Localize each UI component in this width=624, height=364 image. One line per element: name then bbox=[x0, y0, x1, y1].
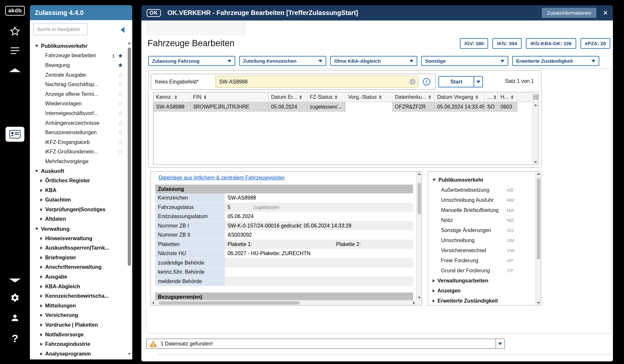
nav-subgroup[interactable]: Ausgabe bbox=[30, 272, 126, 282]
action-group[interactable]: Erweiterte Zuständigkeit bbox=[428, 296, 536, 305]
info-icon[interactable]: i bbox=[423, 78, 430, 85]
favorite-star-icon[interactable]: ★ bbox=[118, 62, 123, 68]
nav-subgroup[interactable]: Vordrucke | Plaketten bbox=[30, 320, 126, 330]
clear-input-icon[interactable]: × bbox=[410, 79, 416, 85]
menu-dropdown[interactable]: Zuteilung Kennzeichen bbox=[239, 56, 326, 66]
nav-subgroup[interactable]: Kennzeichenbewirtscha... bbox=[30, 291, 126, 301]
action-group[interactable]: Publikumsverkehr bbox=[428, 175, 536, 185]
counter-button[interactable]: iKfz-KBA-GK: 106 bbox=[526, 38, 576, 49]
nav-group[interactable]: Publikumsverkehr bbox=[30, 41, 126, 51]
favorite-star-icon[interactable]: ★ bbox=[118, 53, 123, 59]
action-item[interactable]: Grund der ForderungYP bbox=[428, 266, 536, 276]
nav-subgroup[interactable]: Vorprüfungen|Sonstiges bbox=[30, 205, 126, 214]
favorite-star-icon[interactable]: ☆ bbox=[118, 72, 123, 78]
nav-item[interactable]: iKFZ-Großkundenein...☆ bbox=[30, 147, 126, 157]
column-header[interactable]: Datenherku... bbox=[392, 92, 435, 102]
action-group[interactable]: Verwaltungsarbeiten bbox=[428, 276, 536, 286]
scroll-up-icon[interactable] bbox=[537, 173, 540, 175]
nav-item[interactable]: Bewegung★ bbox=[30, 60, 126, 70]
favorite-star-icon[interactable]: ☆ bbox=[118, 120, 123, 126]
collapse-down-icon[interactable] bbox=[9, 279, 21, 282]
scroll-left-icon[interactable] bbox=[152, 301, 154, 305]
scroll-down-icon[interactable] bbox=[534, 161, 537, 163]
scroll-up-icon[interactable] bbox=[418, 173, 421, 175]
action-item[interactable]: NotizNO bbox=[428, 215, 536, 225]
favorite-star-icon[interactable]: ☆ bbox=[118, 101, 123, 107]
nav-item[interactable]: iKFZ-Eingangskorb☆ bbox=[30, 137, 126, 147]
scroll-down-icon[interactable] bbox=[418, 297, 421, 299]
column-chooser-grid-icon[interactable] bbox=[533, 92, 538, 102]
action-item[interactable]: UmschreibungUM bbox=[428, 235, 536, 245]
start-dropdown-icon[interactable] bbox=[474, 77, 482, 87]
scrollbar-thumb[interactable] bbox=[159, 301, 300, 305]
nav-subgroup[interactable]: Altdaten bbox=[30, 214, 126, 224]
nav-subgroup[interactable]: Briefregister bbox=[30, 253, 126, 263]
column-header[interactable]: FZ-Status bbox=[307, 92, 345, 102]
nav-subgroup[interactable]: KBA bbox=[30, 186, 126, 195]
nav-item[interactable]: Anhängerverzeichnisse☆ bbox=[30, 118, 126, 128]
nav-item[interactable]: Benutzereinstellungen☆ bbox=[30, 128, 126, 137]
column-header[interactable]: H... bbox=[498, 92, 517, 102]
action-item[interactable]: Manuelle BriefaufbietungMA bbox=[428, 205, 536, 215]
favorites-star-icon[interactable] bbox=[10, 26, 20, 36]
nav-item[interactable]: Wiedervorlagen☆ bbox=[30, 99, 126, 109]
action-item[interactable]: Sonstige ÄnderungenSO bbox=[428, 225, 536, 235]
start-button[interactable]: Start bbox=[438, 76, 483, 87]
free-input-field[interactable] bbox=[215, 76, 418, 88]
favorite-star-icon[interactable]: ☆ bbox=[118, 149, 123, 155]
counter-button[interactable]: IGV: 180 bbox=[460, 38, 488, 49]
action-item[interactable]: AußerbetriebsetzungAB bbox=[428, 185, 536, 195]
column-header[interactable]: Kennz. bbox=[153, 92, 190, 102]
nav-item[interactable]: Internetgeschäftsvorf...☆ bbox=[30, 109, 126, 118]
user-icon[interactable] bbox=[10, 313, 20, 323]
nav-item[interactable]: Fahrzeuge bearbeiten1★ bbox=[30, 51, 126, 61]
scroll-up-icon[interactable] bbox=[128, 42, 131, 44]
favorite-star-icon[interactable]: ☆ bbox=[118, 82, 123, 88]
scroll-right-icon[interactable] bbox=[413, 301, 415, 305]
nav-subgroup[interactable]: KBA-Abgleich bbox=[30, 282, 126, 292]
nav-subgroup[interactable]: Anschriftenverwaltung bbox=[30, 263, 126, 272]
column-header[interactable]: Datum Er... bbox=[268, 92, 307, 102]
nav-item[interactable]: Zentrale Ausgabe☆ bbox=[30, 70, 126, 80]
nav-subgroup[interactable]: Mitteilungen bbox=[30, 301, 126, 311]
menu-dropdown[interactable]: Sonstige bbox=[421, 56, 508, 66]
scrollbar-thumb[interactable] bbox=[418, 183, 421, 214]
close-icon[interactable]: × bbox=[603, 9, 608, 17]
collapse-nav-icon[interactable] bbox=[121, 27, 124, 33]
nav-item[interactable]: Nachtrag Geschäftsp...☆ bbox=[30, 80, 126, 89]
settings-gear-icon[interactable] bbox=[10, 293, 20, 303]
action-item[interactable]: Umschreibung AusfuhrAM bbox=[428, 195, 536, 205]
column-header[interactable]: ... bbox=[485, 92, 498, 102]
nav-search-input[interactable] bbox=[33, 23, 88, 35]
favorite-star-icon[interactable]: ☆ bbox=[118, 130, 123, 136]
favorite-star-icon[interactable]: ☆ bbox=[118, 110, 123, 116]
action-group[interactable]: Anzeigen bbox=[428, 286, 536, 296]
actions-scrollbar[interactable] bbox=[536, 172, 541, 305]
favorite-star-icon[interactable]: ☆ bbox=[118, 139, 123, 145]
action-item[interactable]: VersichererwechselVW bbox=[428, 245, 536, 255]
active-module-tile[interactable] bbox=[6, 127, 24, 142]
nav-item[interactable]: Mehrfachvorgänge bbox=[30, 157, 126, 166]
list-icon[interactable] bbox=[10, 47, 20, 55]
scroll-up-icon[interactable] bbox=[534, 104, 537, 106]
counter-button[interactable]: iKfz: 304 bbox=[492, 38, 522, 49]
status-dropdown-icon[interactable] bbox=[496, 339, 504, 348]
results-scrollbar[interactable] bbox=[533, 92, 538, 164]
column-header[interactable]: Datum Vorgang bbox=[435, 92, 485, 102]
nav-subgroup[interactable]: Hinweisverwaltung bbox=[30, 234, 126, 243]
nav-item[interactable]: Anzeige offene Termi...☆ bbox=[30, 89, 126, 99]
scrollbar-thumb[interactable] bbox=[128, 47, 131, 266]
nav-subgroup[interactable]: Gutachten bbox=[30, 195, 126, 205]
zusatzinformationen-button[interactable]: Zusatzinformationen bbox=[542, 8, 596, 18]
menu-dropdown[interactable]: Zulassung Fahrzeug bbox=[148, 56, 235, 66]
register-data-link[interactable]: Datenlage aus örtlichem & zentralem Fahr… bbox=[159, 175, 285, 181]
help-icon[interactable]: ? bbox=[12, 333, 18, 344]
action-item[interactable]: Freie ForderungXP bbox=[428, 255, 536, 266]
nav-subgroup[interactable]: Fahrzeugindustrie bbox=[30, 339, 126, 349]
detail-horizontal-scrollbar[interactable] bbox=[151, 300, 416, 305]
nav-group[interactable]: Auskunft bbox=[30, 166, 126, 176]
menu-dropdown[interactable]: Ohne KBA-Abgleich bbox=[330, 56, 417, 66]
nav-scrollbar[interactable] bbox=[127, 42, 131, 356]
counter-button[interactable]: ePZA: 20 bbox=[580, 38, 610, 49]
nav-group[interactable]: Verwaltung bbox=[30, 224, 126, 234]
